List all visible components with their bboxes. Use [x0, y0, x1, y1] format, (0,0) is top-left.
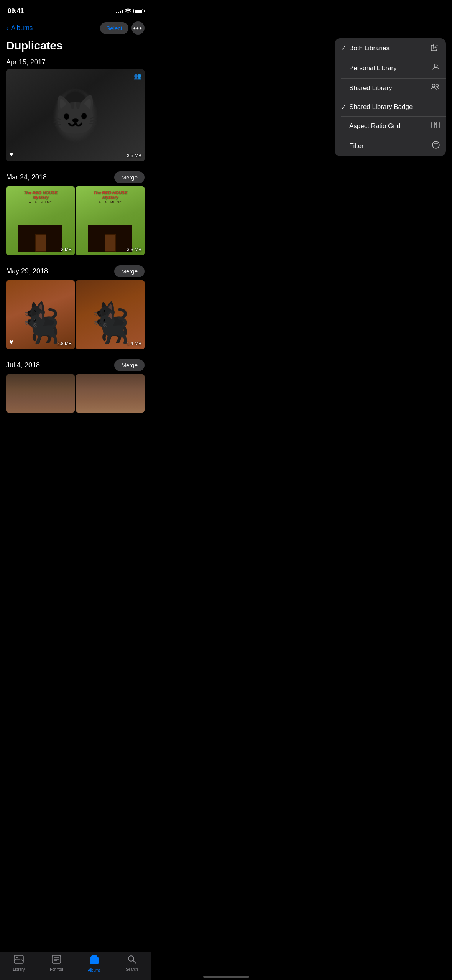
- photo-item[interactable]: [76, 374, 145, 413]
- date-group-may-2018: May 29, 2018 Merge 🐈‍⬛ ♥ 2.8 MB 🐈‍⬛: [6, 260, 145, 349]
- back-button[interactable]: ‹ Albums: [6, 24, 33, 32]
- cat-floor-photo: 🐈‍⬛: [76, 280, 145, 349]
- nav-actions: Select ⬤⬤⬤: [100, 21, 145, 35]
- signal-icon: [116, 9, 123, 13]
- book-photo: The RED HOUSEMystery A · A · MILNE: [76, 186, 145, 255]
- photo-item[interactable]: 🐈‍⬛ ♥ 2.8 MB: [6, 280, 75, 349]
- date-label: Jul 4, 2018: [6, 361, 40, 369]
- photo-size: 3.5 MB: [127, 153, 141, 158]
- back-chevron-icon: ‹: [6, 24, 9, 32]
- date-header-may-2018: May 29, 2018 Merge: [6, 260, 145, 280]
- date-group-apr-2017: Apr 15, 2017 🐱 👥 ♥ 3.5 MB: [6, 53, 145, 161]
- date-header-apr-2017: Apr 15, 2017: [6, 53, 145, 69]
- date-header-jul-2018: Jul 4, 2018 Merge: [6, 354, 145, 374]
- photo-item[interactable]: The RED HOUSEMystery A · A · MILNE 3.3 M…: [76, 186, 145, 255]
- date-header-mar-2018: Mar 24, 2018 Merge: [6, 166, 145, 186]
- book-photo: The RED HOUSEMystery A · A · MILNE: [6, 186, 75, 255]
- more-button[interactable]: ⬤⬤⬤: [131, 21, 145, 35]
- battery-icon: [133, 9, 143, 13]
- date-label: May 29, 2018: [6, 267, 48, 275]
- merge-button-mar[interactable]: Merge: [114, 171, 145, 183]
- photo-size: 3.3 MB: [127, 247, 141, 252]
- photo-item[interactable]: 🐱 👥 ♥ 3.5 MB: [6, 69, 145, 161]
- date-group-mar-2018: Mar 24, 2018 Merge The RED HOUSEMystery …: [6, 166, 145, 255]
- select-button[interactable]: Select: [100, 22, 128, 34]
- date-label: Mar 24, 2018: [6, 173, 47, 181]
- photo-size: 2 MB: [61, 247, 72, 252]
- date-group-jul-2018: Jul 4, 2018 Merge: [6, 354, 145, 413]
- photo-grid: 🐱 👥 ♥ 3.5 MB: [6, 69, 145, 161]
- date-label: Apr 15, 2017: [6, 58, 46, 66]
- photo-item[interactable]: The RED HOUSEMystery A · A · MILNE 2 MB: [6, 186, 75, 255]
- page-title: Duplicates: [0, 38, 151, 53]
- content-area: Apr 15, 2017 🐱 👥 ♥ 3.5 MB Mar 24, 2018 M…: [0, 53, 151, 455]
- photo-size: 2.8 MB: [57, 341, 72, 346]
- photo-item[interactable]: [6, 374, 75, 413]
- shared-badge-icon: 👥: [134, 72, 141, 80]
- photo-size: 1.4 MB: [127, 341, 141, 346]
- photo-grid: The RED HOUSEMystery A · A · MILNE 2 MB …: [6, 186, 145, 255]
- cat-photo: 🐱: [6, 69, 145, 161]
- heart-icon: ♥: [9, 338, 13, 346]
- merge-button-may[interactable]: Merge: [114, 265, 145, 277]
- photo-grid: [6, 374, 145, 413]
- more-icon: ⬤⬤⬤: [133, 27, 143, 29]
- back-label: Albums: [11, 24, 33, 32]
- merge-button-jul[interactable]: Merge: [114, 359, 145, 371]
- heart-icon: ♥: [9, 150, 13, 158]
- status-time: 09:41: [8, 7, 24, 15]
- nav-header: ‹ Albums Select ⬤⬤⬤: [0, 20, 151, 38]
- wifi-icon: [125, 8, 131, 14]
- status-bar: 09:41: [0, 0, 151, 20]
- cat-floor-photo: 🐈‍⬛: [6, 280, 75, 349]
- photo-item[interactable]: 🐈‍⬛ 1.4 MB: [76, 280, 145, 349]
- status-icons: [116, 8, 143, 14]
- photo-grid: 🐈‍⬛ ♥ 2.8 MB 🐈‍⬛ 1.4 MB: [6, 280, 145, 349]
